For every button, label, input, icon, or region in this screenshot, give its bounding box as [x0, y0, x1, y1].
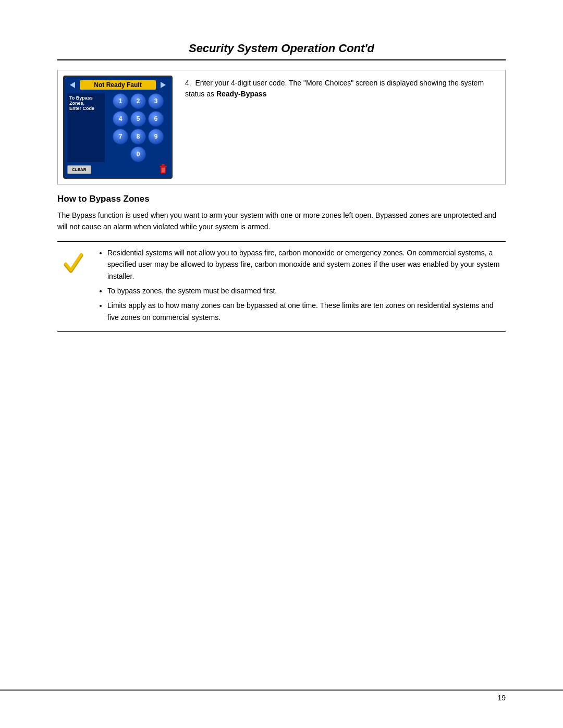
page-footer: 19 [0, 689, 563, 702]
main-content-area: Not Ready Fault To Bypass Zones, Enter C… [57, 70, 506, 184]
note-item-3: Limits apply as to how many zones can be… [107, 300, 506, 323]
checkmark-icon-container [57, 247, 89, 326]
keypad-label-area: To Bypass Zones, Enter Code [67, 93, 105, 162]
note-item-2: To bypass zones, the system must be disa… [107, 285, 506, 297]
keypad-bottom-row: CLEAR [67, 164, 168, 175]
svg-marker-0 [70, 82, 75, 88]
keypad-btn-7[interactable]: 7 [113, 129, 128, 144]
svg-rect-4 [162, 164, 165, 166]
section-heading-bypass-zones: How to Bypass Zones [57, 194, 506, 204]
note-list: Residential systems will not allow you t… [97, 247, 506, 323]
note-item-1: Residential systems will not allow you t… [107, 247, 506, 282]
note-box: Residential systems will not allow you t… [57, 241, 506, 332]
keypad-btn-3[interactable]: 3 [148, 93, 164, 109]
keypad-row-1: 1 2 3 [108, 93, 168, 109]
step-description: 4. Enter your 4-digit user code. The "Mo… [185, 78, 498, 100]
keypad-label-line2: Enter Code [69, 106, 103, 111]
keypad-btn-4[interactable]: 4 [113, 111, 128, 127]
keypad-btn-1[interactable]: 1 [113, 93, 128, 109]
trash-icon[interactable] [158, 164, 168, 175]
forward-arrow-icon[interactable] [158, 80, 168, 90]
keypad-clear-button[interactable]: CLEAR [67, 165, 91, 174]
description-area: 4. Enter your 4-digit user code. The "Mo… [183, 76, 500, 179]
keypad-label-line1: To Bypass Zones, [69, 95, 103, 106]
keypad-buttons-area: 1 2 3 4 5 6 7 8 9 0 [108, 93, 168, 162]
svg-marker-1 [161, 82, 166, 88]
keypad-top-bar: Not Ready Fault [67, 80, 168, 90]
keypad-btn-6[interactable]: 6 [148, 111, 164, 127]
keypad-row-2: 4 5 6 [108, 111, 168, 127]
keypad-btn-5[interactable]: 5 [130, 111, 146, 127]
body-text-bypass: The Bypass function is used when you wan… [57, 209, 506, 233]
keypad-btn-0[interactable]: 0 [130, 146, 146, 162]
svg-rect-3 [160, 166, 167, 167]
back-arrow-icon[interactable] [67, 80, 78, 90]
note-content: Residential systems will not allow you t… [97, 247, 506, 326]
checkmark-icon [62, 250, 84, 278]
page-title: Security System Operation Cont'd [57, 42, 506, 60]
keypad-row-0: 0 [108, 146, 168, 162]
keypad-btn-8[interactable]: 8 [130, 129, 146, 144]
keypad-row-3: 7 8 9 [108, 129, 168, 144]
keypad-btn-2[interactable]: 2 [130, 93, 146, 109]
keypad-btn-9[interactable]: 9 [148, 129, 164, 144]
keypad-main-area: To Bypass Zones, Enter Code 1 2 3 4 5 6 [67, 93, 168, 162]
keypad-status-bar: Not Ready Fault [80, 80, 156, 90]
page-number: 19 [497, 694, 506, 702]
keypad-panel: Not Ready Fault To Bypass Zones, Enter C… [63, 76, 173, 179]
